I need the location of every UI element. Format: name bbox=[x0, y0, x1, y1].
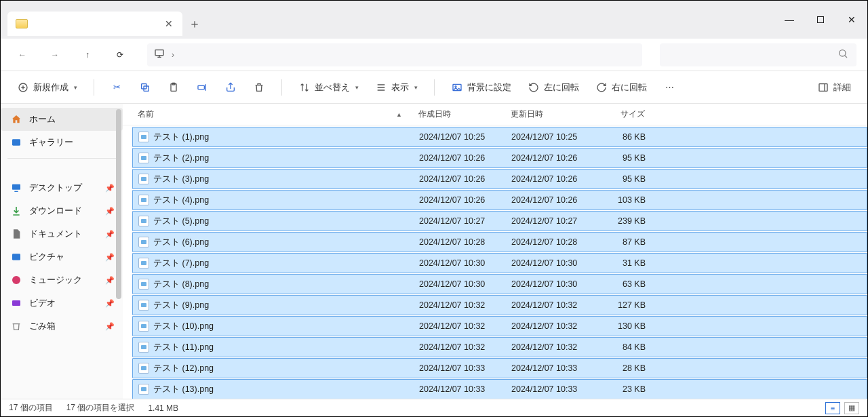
sidebar-scrollbar[interactable] bbox=[115, 104, 123, 399]
file-row[interactable]: テスト (6).png2024/12/07 10:282024/12/07 10… bbox=[132, 232, 867, 252]
sidebar-label: ダウンロード bbox=[29, 205, 82, 217]
chevron-right-icon: › bbox=[172, 50, 174, 60]
sidebar-item-music[interactable]: ミュージック 📌 bbox=[1, 269, 123, 292]
file-row[interactable]: テスト (11).png2024/12/07 10:322024/12/07 1… bbox=[132, 337, 867, 357]
details-pane-button[interactable]: 詳細 bbox=[812, 77, 856, 98]
view-button[interactable]: 表示 ▾ bbox=[370, 77, 423, 98]
close-window-button[interactable]: ✕ bbox=[836, 9, 867, 31]
minimize-button[interactable]: — bbox=[774, 9, 805, 31]
share-icon bbox=[224, 81, 237, 94]
rotate-right-button[interactable]: 右に回転 bbox=[590, 77, 652, 98]
file-row[interactable]: テスト (9).png2024/12/07 10:322024/12/07 10… bbox=[132, 295, 867, 315]
file-row[interactable]: テスト (10).png2024/12/07 10:322024/12/07 1… bbox=[132, 316, 867, 336]
address-bar[interactable]: › bbox=[147, 43, 642, 66]
navbar: ← → ↑ ⟳ › bbox=[1, 39, 867, 71]
up-button[interactable]: ↑ bbox=[77, 44, 98, 66]
rotate-left-label: 左に回転 bbox=[544, 81, 579, 94]
grid-view-button[interactable]: ▦ bbox=[844, 402, 859, 414]
file-list[interactable]: テスト (1).png2024/12/07 10:252024/12/07 10… bbox=[123, 125, 867, 399]
file-modified: 2024/12/07 10:33 bbox=[506, 363, 595, 373]
sidebar-label: デスクトップ bbox=[29, 182, 82, 194]
file-row[interactable]: テスト (3).png2024/12/07 10:262024/12/07 10… bbox=[132, 169, 867, 189]
file-created: 2024/12/07 10:30 bbox=[414, 279, 506, 289]
close-tab-icon[interactable]: ✕ bbox=[165, 18, 173, 29]
back-button[interactable]: ← bbox=[12, 44, 33, 66]
desktop-icon bbox=[10, 182, 22, 194]
column-name[interactable]: 名前 ▲ bbox=[132, 108, 413, 120]
sort-button[interactable]: 並べ替え ▾ bbox=[293, 77, 364, 98]
column-size[interactable]: サイズ bbox=[595, 108, 650, 120]
status-selected: 17 個の項目を選択 bbox=[66, 402, 135, 414]
refresh-button[interactable]: ⟳ bbox=[109, 44, 131, 66]
column-modified[interactable]: 更新日時 bbox=[505, 108, 595, 120]
share-button[interactable] bbox=[219, 77, 242, 98]
column-created[interactable]: 作成日時 bbox=[413, 108, 505, 120]
sidebar-item-videos[interactable]: ビデオ 📌 bbox=[1, 292, 123, 315]
file-size: 103 KB bbox=[595, 195, 651, 205]
file-created: 2024/12/07 10:30 bbox=[414, 258, 506, 268]
tab-current[interactable]: ✕ bbox=[7, 12, 182, 36]
status-count: 17 個の項目 bbox=[9, 402, 53, 414]
file-row[interactable]: テスト (12).png2024/12/07 10:332024/12/07 1… bbox=[132, 358, 867, 378]
image-file-icon bbox=[138, 216, 149, 226]
file-created: 2024/12/07 10:26 bbox=[414, 174, 506, 184]
file-created: 2024/12/07 10:32 bbox=[414, 300, 506, 310]
svg-rect-11 bbox=[12, 139, 20, 145]
sidebar-item-home[interactable]: ホーム bbox=[1, 108, 123, 131]
details-view-button[interactable]: ≡ bbox=[825, 402, 840, 414]
search-icon bbox=[837, 48, 848, 61]
pin-icon: 📌 bbox=[105, 276, 115, 285]
file-row[interactable]: テスト (13).png2024/12/07 10:332024/12/07 1… bbox=[132, 379, 867, 399]
view-label: 表示 bbox=[391, 81, 409, 94]
set-background-button[interactable]: 背景に設定 bbox=[446, 77, 517, 98]
file-size: 63 KB bbox=[595, 279, 651, 289]
scissors-icon: ✂ bbox=[111, 81, 123, 94]
rename-button[interactable] bbox=[191, 77, 214, 98]
new-tab-button[interactable]: ＋ bbox=[182, 16, 207, 32]
image-icon bbox=[451, 81, 463, 94]
gallery-icon bbox=[10, 136, 22, 148]
file-row[interactable]: テスト (1).png2024/12/07 10:252024/12/07 10… bbox=[132, 127, 867, 147]
sidebar-item-downloads[interactable]: ダウンロード 📌 bbox=[1, 199, 123, 222]
rotate-left-button[interactable]: 左に回転 bbox=[522, 77, 585, 98]
sidebar-item-desktop[interactable]: デスクトップ 📌 bbox=[1, 176, 123, 199]
sort-icon bbox=[298, 81, 311, 94]
file-row[interactable]: テスト (8).png2024/12/07 10:302024/12/07 10… bbox=[132, 274, 867, 294]
new-button[interactable]: 新規作成 ▾ bbox=[12, 77, 83, 98]
file-row[interactable]: テスト (5).png2024/12/07 10:272024/12/07 10… bbox=[132, 211, 867, 231]
file-name: テスト (11).png bbox=[153, 342, 214, 353]
file-name: テスト (13).png bbox=[153, 384, 214, 395]
file-row[interactable]: テスト (7).png2024/12/07 10:302024/12/07 10… bbox=[132, 253, 867, 273]
image-file-icon bbox=[138, 153, 149, 163]
forward-button[interactable]: → bbox=[44, 44, 66, 66]
file-modified: 2024/12/07 10:30 bbox=[506, 279, 595, 289]
file-row[interactable]: テスト (4).png2024/12/07 10:262024/12/07 10… bbox=[132, 190, 867, 210]
sidebar-item-documents[interactable]: ドキュメント 📌 bbox=[1, 222, 123, 245]
file-size: 130 KB bbox=[595, 321, 651, 331]
svg-point-14 bbox=[12, 276, 20, 284]
sidebar-item-gallery[interactable]: ギャラリー bbox=[1, 131, 123, 154]
copy-button[interactable] bbox=[134, 77, 157, 98]
delete-button[interactable] bbox=[248, 77, 271, 98]
maximize-button[interactable] bbox=[805, 9, 836, 31]
sidebar-label: ビデオ bbox=[29, 297, 56, 309]
sidebar-label: ミュージック bbox=[29, 274, 82, 286]
file-row[interactable]: テスト (2).png2024/12/07 10:262024/12/07 10… bbox=[132, 148, 867, 168]
svg-rect-13 bbox=[12, 254, 20, 260]
pin-icon: 📌 bbox=[105, 253, 115, 262]
file-size: 95 KB bbox=[595, 174, 651, 184]
sidebar-item-trash[interactable]: ごみ箱 📌 bbox=[1, 315, 123, 338]
more-button[interactable]: ⋯ bbox=[658, 77, 681, 98]
file-size: 127 KB bbox=[595, 300, 651, 310]
search-input[interactable] bbox=[660, 43, 856, 66]
image-file-icon bbox=[138, 237, 149, 247]
paste-button[interactable] bbox=[162, 77, 185, 98]
cut-button[interactable]: ✂ bbox=[105, 77, 128, 98]
sidebar-item-pictures[interactable]: ピクチャ 📌 bbox=[1, 245, 123, 269]
toolbar: 新規作成 ▾ ✂ 並べ替え ▾ 表示 ▾ 背景に設定 左に回転 bbox=[1, 71, 867, 104]
rotate-left-icon bbox=[528, 81, 540, 94]
file-modified: 2024/12/07 10:26 bbox=[506, 195, 595, 205]
svg-rect-12 bbox=[12, 184, 20, 190]
file-modified: 2024/12/07 10:32 bbox=[506, 342, 595, 352]
sort-asc-icon: ▲ bbox=[396, 111, 402, 118]
